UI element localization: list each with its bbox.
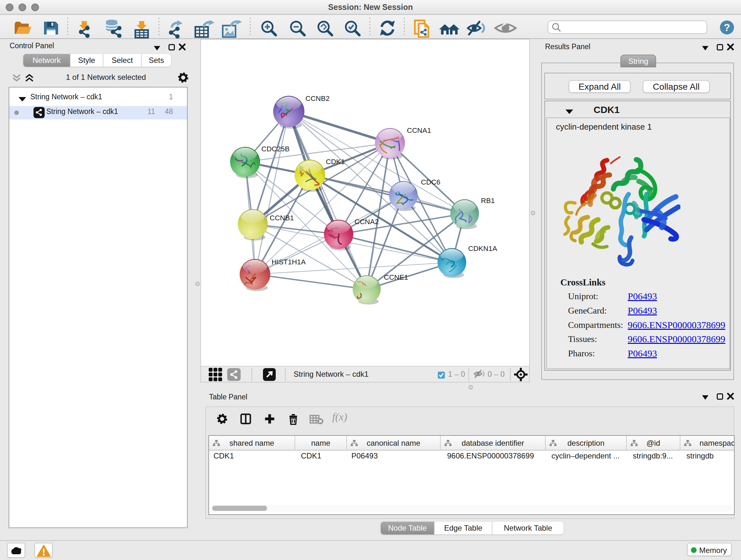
svg-text:CCNA2: CCNA2 <box>354 218 379 226</box>
svg-text:CCNB2: CCNB2 <box>306 95 330 103</box>
svg-text:CDK1: CDK1 <box>326 158 345 166</box>
svg-text:?: ? <box>724 22 730 33</box>
svg-text:CCNE1: CCNE1 <box>384 273 408 281</box>
svg-text:CDC25B: CDC25B <box>261 145 289 153</box>
svg-text:HIST1H1A: HIST1H1A <box>272 258 306 266</box>
svg-text:CDC6: CDC6 <box>421 178 441 186</box>
svg-text:CDKN1A: CDKN1A <box>468 245 497 253</box>
svg-text:CCNB1: CCNB1 <box>270 214 294 222</box>
svg-text:CCNA1: CCNA1 <box>407 126 431 134</box>
svg-text:RB1: RB1 <box>481 197 495 205</box>
